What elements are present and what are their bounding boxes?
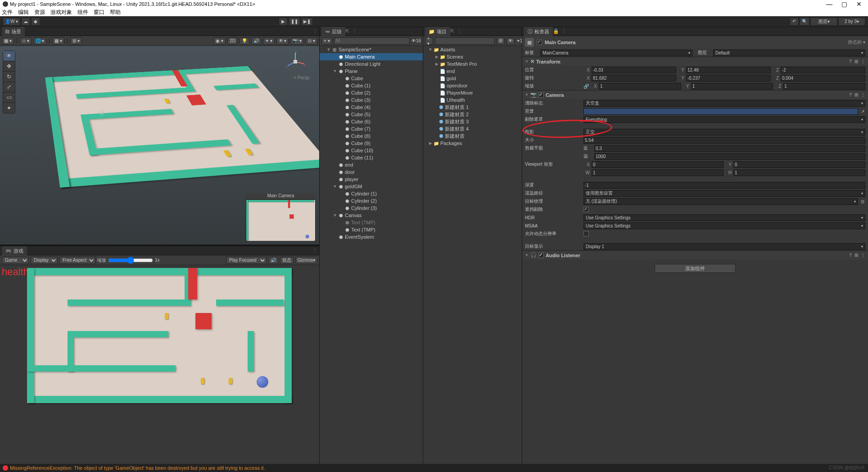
project-create-dropdown[interactable]: + ▾ (425, 37, 433, 45)
hierarchy-panel-link[interactable]: ⇱ (345, 28, 349, 34)
depth-field[interactable] (583, 182, 865, 189)
background-color-field[interactable] (583, 108, 858, 115)
hierarchy-item[interactable]: ⬣Cube (9) (320, 140, 423, 147)
menu-assets[interactable]: 资源 (34, 9, 45, 16)
viewport-w-field[interactable] (592, 169, 723, 176)
hierarchy-item[interactable]: ⬣Cube (11) (320, 154, 423, 161)
layers-dropdown[interactable]: 图层 ▾ (810, 18, 837, 26)
hierarchy-item[interactable]: ⬣EventSystem (320, 233, 423, 241)
far-clip-field[interactable] (594, 153, 865, 160)
game-tab[interactable]: 🎮 游戏 (2, 246, 27, 255)
hierarchy-item[interactable]: ⬣Cube (10) (320, 147, 423, 154)
pause-button[interactable]: ❚❚ (289, 18, 300, 26)
rot-x-field[interactable] (592, 75, 676, 82)
scale-tool[interactable]: ⤢ (3, 82, 15, 92)
camera-enabled-checkbox[interactable] (538, 92, 544, 98)
occlusion-checkbox[interactable] (583, 207, 589, 212)
project-item[interactable]: ▶📁Packages (423, 140, 522, 147)
object-picker-icon[interactable]: ⊙ (860, 199, 865, 204)
scale-slider[interactable] (108, 257, 153, 264)
chevron-down-icon[interactable]: ▼ (525, 93, 529, 97)
inspector-tab-menu[interactable]: ⋮ (562, 28, 567, 34)
project-item[interactable]: ▶📁Scenes (423, 53, 522, 60)
play-focused-dropdown[interactable]: Play Focused (226, 257, 267, 264)
target-display-dropdown[interactable]: Display 1 (583, 243, 865, 250)
hierarchy-item[interactable]: ⬣end (320, 161, 423, 168)
culling-mask-dropdown[interactable]: Everything (583, 116, 865, 123)
audio-toggle[interactable]: 🔊 (251, 37, 261, 45)
menu-edit[interactable]: 编辑 (18, 9, 29, 16)
hierarchy-tree[interactable]: ▼⊞SampleScene*⬣Main Camera⬣Directional L… (320, 46, 423, 464)
preset-icon[interactable]: ⊞ (854, 92, 858, 97)
projection-dropdown[interactable]: 正交 (583, 129, 865, 136)
viewport-x-field[interactable] (592, 161, 723, 168)
hierarchy-item[interactable]: ⬣Cube (7) (320, 125, 423, 132)
target-texture-field[interactable]: 无 (渲染器纹理) (583, 198, 858, 205)
stats-toggle[interactable]: 状态 (280, 257, 294, 264)
game-view[interactable]: health: (0, 265, 319, 464)
hierarchy-create-dropdown[interactable]: + ▾ (321, 37, 332, 45)
view-tool[interactable]: 👁 (3, 51, 15, 61)
layer-dropdown[interactable]: Default (713, 50, 865, 56)
display-dropdown[interactable]: Display 1 (31, 257, 58, 264)
scale-z-field[interactable] (783, 83, 865, 90)
tag-dropdown[interactable]: MainCamera (540, 50, 692, 56)
aspect-dropdown[interactable]: Free Aspect (59, 257, 95, 264)
menu-gameobject[interactable]: 游戏对象 (50, 9, 72, 16)
game-mode-dropdown[interactable]: Game (2, 257, 29, 264)
hierarchy-item[interactable]: ⬣Cube (5) (320, 111, 423, 118)
static-dropdown[interactable]: 静态的 ▾ (848, 39, 865, 45)
clear-flags-dropdown[interactable]: 天空盒 (583, 100, 865, 107)
perspective-label[interactable]: < Persp (294, 75, 309, 80)
status-bar[interactable]: MissingReferenceException: The object of… (0, 464, 868, 472)
menu-window[interactable]: 窗口 (94, 9, 104, 16)
services-button[interactable]: ◆ (31, 18, 40, 26)
chevron-down-icon[interactable]: ▼ (525, 59, 529, 64)
fx-toggle[interactable]: ✦ ▾ (263, 37, 275, 45)
near-clip-field[interactable] (594, 145, 865, 152)
step-button[interactable]: ▶❚ (301, 18, 313, 26)
project-item[interactable]: 新建材质 2 (423, 111, 522, 118)
scene-tab-menu[interactable]: ⋮ (312, 28, 317, 34)
hierarchy-item[interactable]: ▼⊞SampleScene* (320, 46, 423, 53)
rot-y-field[interactable] (686, 75, 771, 82)
cloud-button[interactable]: ☁ (21, 18, 30, 26)
scene-gizmo[interactable]: y x z (285, 51, 306, 72)
hierarchy-tab-menu[interactable]: ⋮ (352, 28, 357, 34)
hierarchy-item[interactable]: ⬣Cube (6) (320, 118, 423, 125)
project-search[interactable] (435, 37, 495, 45)
game-gizmos-dropdown[interactable]: Gizmos ▾ (295, 257, 317, 264)
pos-z-field[interactable] (781, 67, 865, 73)
hierarchy-item[interactable]: ⬣Cylinder (1) (320, 190, 423, 197)
hierarchy-item[interactable]: ⬣Cube (8) (320, 132, 423, 140)
hierarchy-item[interactable]: ▼⬣Plane (320, 68, 423, 75)
hierarchy-item[interactable]: ⬣Cube (4) (320, 104, 423, 111)
gameobject-icon[interactable]: ▦ (525, 38, 534, 47)
scene-view[interactable]: 👁 ✥ ↻ ⤢ ▭ ✦ (0, 46, 319, 245)
project-tab[interactable]: 📁 项目 (425, 27, 450, 36)
help-icon[interactable]: ? (849, 59, 852, 64)
rendering-path-dropdown[interactable]: 使用图形设置 (583, 190, 865, 197)
help-icon[interactable]: ? (849, 253, 852, 258)
viewport-h-field[interactable] (733, 169, 865, 176)
project-panel-link[interactable]: ⇱ (450, 28, 454, 34)
game-tab-menu[interactable]: ⋮ (312, 248, 317, 254)
project-item[interactable]: 📄opendoor (423, 82, 522, 89)
hierarchy-search[interactable] (334, 37, 410, 45)
audio-listener-component-header[interactable]: ▼ 🎧 Audio Listener ?⊞⋮ (522, 250, 868, 259)
hierarchy-item[interactable]: ⬣Cylinder (3) (320, 204, 423, 212)
undo-history-button[interactable]: ↶ (790, 18, 799, 26)
scale-x-field[interactable] (599, 83, 681, 90)
dynamic-resolution-checkbox[interactable] (583, 231, 589, 236)
minimize-button[interactable]: — (826, 1, 832, 7)
preset-icon[interactable]: ⊞ (854, 253, 858, 258)
hierarchy-item[interactable]: ⬣player (320, 176, 423, 183)
gameobject-name[interactable]: Main Camera (545, 40, 575, 45)
pos-y-field[interactable] (686, 67, 771, 73)
move-tool[interactable]: ✥ (3, 61, 15, 72)
viewport-y-field[interactable] (733, 161, 865, 168)
project-item[interactable]: 新建材质 (423, 132, 522, 140)
gizmos-dropdown[interactable]: ⊙ ▾ (306, 37, 317, 45)
menu-file[interactable]: 文件 (2, 9, 13, 16)
kebab-icon[interactable]: ⋮ (861, 59, 865, 64)
